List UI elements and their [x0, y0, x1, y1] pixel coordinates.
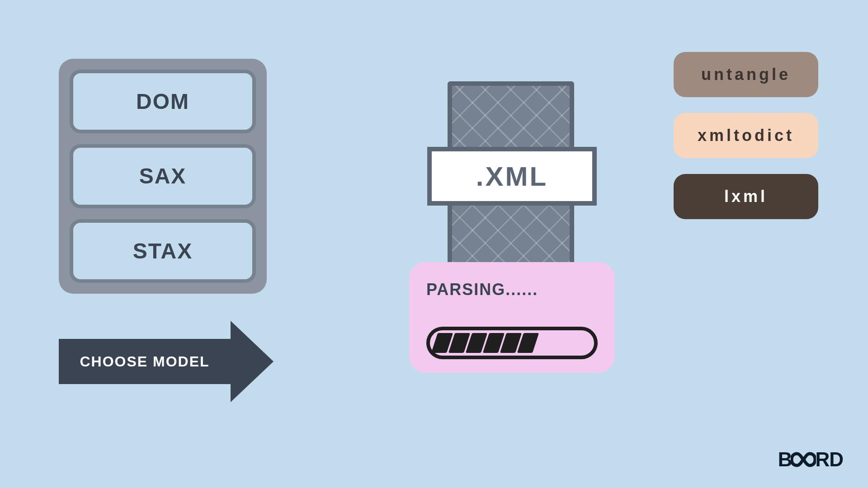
- model-item-sax: SAX: [70, 144, 256, 208]
- board-logo: B RD: [778, 448, 843, 471]
- progress-bar: [426, 327, 598, 359]
- arrow-head-icon: [231, 321, 274, 402]
- xml-extension-text: .XML: [476, 161, 548, 192]
- library-pill-lxml: lxml: [674, 174, 818, 219]
- xml-extension-badge: .XML: [427, 147, 597, 206]
- parsing-panel: PARSING......: [409, 262, 615, 373]
- library-label: untangle: [701, 65, 791, 84]
- model-panel: DOM SAX STAX: [59, 59, 267, 294]
- arrow-label: CHOOSE MODEL: [80, 353, 209, 370]
- choose-model-arrow: CHOOSE MODEL: [59, 321, 274, 402]
- parsing-label: PARSING......: [426, 280, 598, 299]
- model-label: STAX: [133, 239, 193, 263]
- arrow-body: CHOOSE MODEL: [59, 339, 231, 384]
- library-label: xmltodict: [698, 126, 794, 145]
- model-item-dom: DOM: [70, 70, 256, 133]
- library-pill-untangle: untangle: [674, 52, 818, 97]
- model-item-stax: STAX: [70, 219, 256, 283]
- model-label: DOM: [136, 89, 189, 114]
- logo-text-post: RD: [815, 448, 843, 471]
- library-label: lxml: [724, 187, 768, 206]
- library-pill-xmltodict: xmltodict: [674, 113, 818, 158]
- infinity-icon: [791, 452, 816, 467]
- model-label: SAX: [139, 164, 187, 188]
- logo-text-pre: B: [778, 448, 792, 471]
